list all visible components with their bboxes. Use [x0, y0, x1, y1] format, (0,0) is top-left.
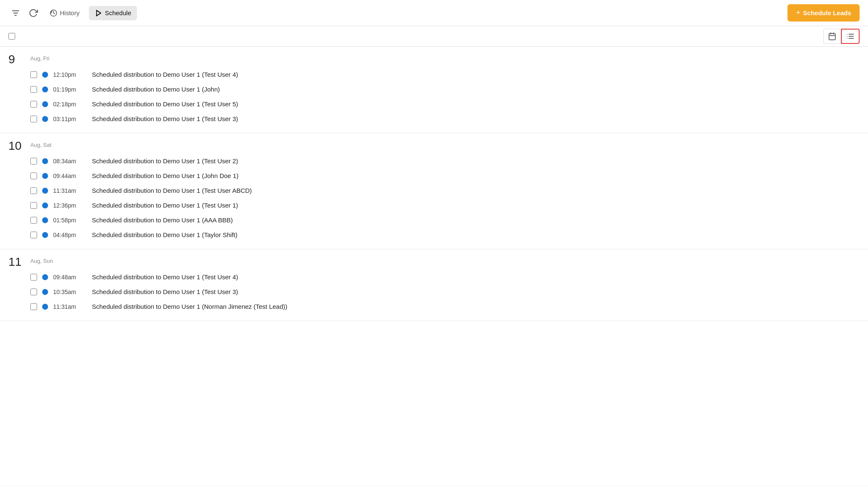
- list-item: 12:10pmScheduled distribution to Demo Us…: [0, 67, 868, 82]
- plus-icon: +: [796, 8, 801, 17]
- status-dot: [42, 304, 48, 310]
- list-item: 03:11pmScheduled distribution to Demo Us…: [0, 111, 868, 126]
- event-checkbox[interactable]: [30, 173, 37, 179]
- event-checkbox[interactable]: [30, 274, 37, 281]
- event-time: 02:18pm: [53, 101, 87, 108]
- event-time: 01:58pm: [53, 217, 87, 224]
- event-description: Scheduled distribution to Demo User 1 (T…: [92, 288, 238, 295]
- day-header: 11Aug, Sun: [0, 256, 868, 268]
- day-label: Aug, Sat: [30, 142, 51, 148]
- day-header: 9Aug, Fri: [0, 54, 868, 65]
- event-time: 08:34am: [53, 158, 87, 165]
- status-dot: [42, 158, 48, 164]
- schedule-tab[interactable]: Schedule: [89, 6, 137, 20]
- status-dot: [42, 217, 48, 223]
- day-group: 10Aug, Sat08:34amScheduled distribution …: [0, 133, 868, 249]
- list-item: 01:19pmScheduled distribution to Demo Us…: [0, 82, 868, 97]
- day-number: 11: [8, 256, 30, 268]
- day-label: Aug, Sun: [30, 258, 53, 264]
- svg-rect-7: [829, 33, 836, 40]
- event-checkbox[interactable]: [30, 158, 37, 165]
- status-dot: [42, 202, 48, 208]
- status-dot: [42, 274, 48, 280]
- day-number: 9: [8, 54, 30, 65]
- calendar-view-button[interactable]: [823, 29, 841, 44]
- event-description: Scheduled distribution to Demo User 1 (N…: [92, 303, 288, 310]
- day-group: 9Aug, Fri12:10pmScheduled distribution t…: [0, 47, 868, 133]
- event-checkbox[interactable]: [30, 289, 37, 295]
- event-description: Scheduled distribution to Demo User 1 (T…: [92, 187, 252, 194]
- event-checkbox[interactable]: [30, 71, 37, 78]
- main-content: 9Aug, Fri12:10pmScheduled distribution t…: [0, 47, 868, 486]
- list-view-button[interactable]: [841, 29, 860, 44]
- event-description: Scheduled distribution to Demo User 1 (T…: [92, 231, 237, 238]
- event-time: 10:35am: [53, 289, 87, 295]
- event-time: 11:31am: [53, 187, 87, 194]
- global-checkbox[interactable]: [8, 33, 15, 40]
- event-checkbox[interactable]: [30, 116, 37, 122]
- history-tab[interactable]: History: [44, 6, 86, 20]
- event-description: Scheduled distribution to Demo User 1 (J…: [92, 86, 220, 93]
- list-item: 01:58pmScheduled distribution to Demo Us…: [0, 213, 868, 227]
- event-time: 11:31am: [53, 303, 87, 310]
- status-dot: [42, 101, 48, 107]
- event-time: 12:36pm: [53, 202, 87, 209]
- refresh-icon: [29, 8, 38, 18]
- toolbar: History Schedule + Schedule Leads: [0, 0, 868, 26]
- list-item: 12:36pmScheduled distribution to Demo Us…: [0, 198, 868, 213]
- event-description: Scheduled distribution to Demo User 1 (T…: [92, 202, 238, 209]
- history-tab-label: History: [60, 9, 80, 16]
- event-checkbox[interactable]: [30, 217, 37, 224]
- filter-icon: [11, 8, 20, 18]
- schedule-icon: [95, 9, 102, 17]
- view-toggles: [823, 29, 860, 44]
- event-description: Scheduled distribution to Demo User 1 (T…: [92, 100, 238, 108]
- event-checkbox[interactable]: [30, 202, 37, 209]
- status-dot: [42, 116, 48, 122]
- list-item: 04:48pmScheduled distribution to Demo Us…: [0, 227, 868, 242]
- event-time: 04:48pm: [53, 232, 87, 238]
- day-label: Aug, Fri: [30, 55, 50, 62]
- event-time: 09:44am: [53, 173, 87, 179]
- filter-button[interactable]: [8, 6, 23, 20]
- schedule-leads-label: Schedule Leads: [803, 9, 851, 16]
- day-group: 11Aug, Sun09:48amScheduled distribution …: [0, 249, 868, 321]
- event-time: 12:10pm: [53, 71, 87, 78]
- status-dot: [42, 86, 48, 92]
- list-icon: [846, 32, 855, 40]
- status-dot: [42, 72, 48, 78]
- status-dot: [42, 232, 48, 238]
- event-description: Scheduled distribution to Demo User 1 (T…: [92, 157, 238, 165]
- list-item: 08:34amScheduled distribution to Demo Us…: [0, 154, 868, 168]
- event-checkbox[interactable]: [30, 86, 37, 93]
- event-checkbox[interactable]: [30, 303, 37, 310]
- list-item: 09:48amScheduled distribution to Demo Us…: [0, 270, 868, 284]
- event-description: Scheduled distribution to Demo User 1 (T…: [92, 273, 238, 281]
- day-number: 10: [8, 140, 30, 152]
- toolbar-left: History Schedule: [8, 6, 787, 20]
- status-dot: [42, 188, 48, 194]
- list-item: 11:31amScheduled distribution to Demo Us…: [0, 183, 868, 198]
- event-checkbox[interactable]: [30, 232, 37, 238]
- status-dot: [42, 173, 48, 179]
- event-description: Scheduled distribution to Demo User 1 (A…: [92, 216, 233, 224]
- event-time: 01:19pm: [53, 86, 87, 93]
- list-item: 11:31amScheduled distribution to Demo Us…: [0, 299, 868, 314]
- event-description: Scheduled distribution to Demo User 1 (J…: [92, 172, 239, 179]
- status-dot: [42, 289, 48, 295]
- event-checkbox[interactable]: [30, 101, 37, 108]
- event-description: Scheduled distribution to Demo User 1 (T…: [92, 71, 238, 78]
- day-header: 10Aug, Sat: [0, 140, 868, 152]
- refresh-button[interactable]: [26, 6, 40, 20]
- list-item: 09:44amScheduled distribution to Demo Us…: [0, 168, 868, 183]
- event-checkbox[interactable]: [30, 187, 37, 194]
- list-item: 02:18pmScheduled distribution to Demo Us…: [0, 97, 868, 111]
- calendar-icon: [828, 32, 836, 40]
- history-icon: [50, 9, 57, 17]
- list-item: 10:35amScheduled distribution to Demo Us…: [0, 284, 868, 299]
- event-time: 03:11pm: [53, 116, 87, 122]
- view-toggle-bar: [0, 26, 868, 47]
- schedule-leads-button[interactable]: + Schedule Leads: [787, 4, 860, 22]
- schedule-tab-label: Schedule: [105, 9, 132, 16]
- event-description: Scheduled distribution to Demo User 1 (T…: [92, 115, 238, 122]
